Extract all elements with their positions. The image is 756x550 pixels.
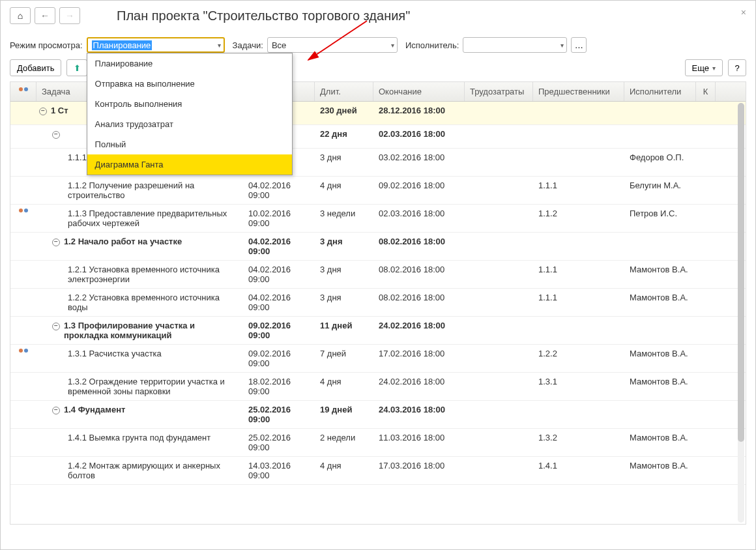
table-row[interactable]: 1.1.3 Предоставление предварительных раб…	[10, 205, 746, 233]
tasks-select[interactable]: Все ▾	[267, 37, 398, 53]
topbar: ⌂ ← → План проекта "Строительство торгов…	[10, 7, 746, 24]
start-cell: 04.02.2016 09:00	[243, 233, 315, 260]
predecessor-cell	[533, 125, 624, 148]
labor-cell	[465, 205, 533, 232]
dropdown-item[interactable]: Отправка на выполнение	[87, 74, 292, 94]
col-end[interactable]: Окончание	[373, 82, 465, 101]
end-cell: 17.03.2016 18:00	[373, 457, 465, 484]
col-predecessors[interactable]: Предшественники	[533, 82, 624, 101]
labor-cell	[465, 457, 533, 484]
scrollbar[interactable]	[738, 103, 744, 523]
forward-button[interactable]: →	[59, 7, 80, 24]
more-button[interactable]: Еще▾	[685, 59, 723, 76]
duration-cell: 2 недели	[315, 429, 373, 456]
end-cell: 24.02.2016 18:00	[373, 317, 465, 344]
task-cell: −1.3 Профилирование участка и прокладка …	[36, 317, 243, 344]
col-icon[interactable]	[10, 82, 36, 101]
executor-cell: Белугин М.А.	[624, 177, 696, 204]
labor-cell	[465, 102, 533, 124]
scrollthumb[interactable]	[738, 103, 744, 442]
table-row[interactable]: −1.4 Фундамент25.02.2016 09:0019 дней24.…	[10, 401, 746, 429]
end-cell: 08.02.2016 18:00	[373, 261, 465, 288]
arrow-up-icon: ⬆	[74, 63, 81, 73]
arrow-right-icon: →	[65, 10, 74, 21]
executor-cell: Мамонтов В.А.	[624, 457, 696, 484]
end-cell: 02.03.2016 18:00	[373, 125, 465, 148]
back-button[interactable]: ←	[35, 7, 55, 24]
table-row[interactable]: 1.3.2 Ограждение территории участка и вр…	[10, 373, 746, 401]
col-labor[interactable]: Трудозатраты	[465, 82, 533, 101]
home-button[interactable]: ⌂	[10, 7, 31, 24]
task-text: 1 Ст	[51, 106, 68, 115]
tasks-select-value: Все	[272, 40, 286, 50]
labor-cell	[465, 401, 533, 428]
mode-label: Режим просмотра:	[10, 40, 83, 50]
row-icon-cell	[10, 205, 36, 232]
col-duration[interactable]: Длит.	[315, 82, 373, 101]
mode-select[interactable]: Планирование ▾	[87, 37, 225, 53]
row-icon-cell	[10, 345, 36, 372]
predecessor-cell	[533, 149, 624, 176]
start-cell: 09.02.2016 09:00	[243, 345, 315, 372]
table-row[interactable]: −1.2 Начало работ на участке04.02.2016 0…	[10, 233, 746, 261]
table-row[interactable]: 1.4.2 Монтаж армирующих и анкерных болто…	[10, 457, 746, 485]
move-up-button[interactable]: ⬆	[66, 59, 87, 76]
table-row[interactable]: 1.3.1 Расчистка участка09.02.2016 09:007…	[10, 345, 746, 373]
labor-cell	[465, 345, 533, 372]
executor-select[interactable]: ▾	[463, 37, 567, 53]
add-button[interactable]: Добавить	[10, 59, 61, 76]
task-text: 1.2 Начало работ на участке	[64, 237, 182, 246]
k-cell	[696, 429, 716, 456]
row-icon-cell	[10, 177, 36, 204]
start-cell: 18.02.2016 09:00	[243, 373, 315, 400]
expander-icon[interactable]: −	[52, 239, 60, 246]
task-text: 1.2.2 Установка временного источника вод…	[68, 293, 237, 312]
dropdown-item[interactable]: Контроль выполнения	[87, 94, 292, 114]
dropdown-item[interactable]: Анализ трудозатрат	[87, 114, 292, 134]
dropdown-item[interactable]: Полный	[87, 134, 292, 154]
predecessor-cell	[533, 401, 624, 428]
k-cell	[696, 102, 716, 124]
end-cell: 02.03.2016 18:00	[373, 205, 465, 232]
k-cell	[696, 345, 716, 372]
predecessor-cell: 1.4.1	[533, 457, 624, 484]
start-cell: 25.02.2016 09:00	[243, 429, 315, 456]
close-icon[interactable]: ×	[741, 7, 746, 18]
row-icon-cell	[10, 317, 36, 344]
row-icon-cell	[10, 457, 36, 484]
expander-icon[interactable]: −	[39, 108, 47, 115]
col-executors[interactable]: Исполнители	[624, 82, 696, 101]
start-cell: 04.02.2016 09:00	[243, 177, 315, 204]
executor-cell	[624, 317, 696, 344]
people-icon	[18, 209, 29, 218]
row-icon-cell	[10, 289, 36, 316]
dropdown-item[interactable]: Планирование	[87, 53, 292, 74]
labor-cell	[465, 233, 533, 260]
chevron-down-icon: ▾	[218, 42, 221, 49]
predecessor-cell	[533, 317, 624, 344]
expander-icon[interactable]: −	[52, 407, 60, 414]
table-row[interactable]: 1.2.2 Установка временного источника вод…	[10, 289, 746, 317]
task-text: 1.1.2 Получение разрешений на строительс…	[68, 181, 237, 200]
help-button[interactable]: ?	[728, 59, 746, 76]
duration-cell: 7 дней	[315, 345, 373, 372]
task-text: 1.3.2 Ограждение территории участка и вр…	[68, 377, 237, 396]
task-text: 1.1.3 Предоставление предварительных раб…	[68, 209, 237, 228]
mode-select-value: Планирование	[92, 40, 153, 50]
chevron-down-icon: ▾	[560, 42, 564, 49]
table-row[interactable]: 1.4.1 Выемка грунта под фундамент25.02.2…	[10, 429, 746, 457]
table-row[interactable]: 1.2.1 Установка временного источника эле…	[10, 261, 746, 289]
task-text: 1.3.1 Расчистка участка	[68, 349, 162, 358]
duration-cell: 230 дней	[315, 102, 373, 124]
executor-cell	[624, 125, 696, 148]
dropdown-item[interactable]: Диаграмма Ганта	[87, 154, 292, 175]
col-k[interactable]: К	[696, 82, 716, 101]
executor-more-button[interactable]: …	[571, 37, 587, 53]
table-row[interactable]: 1.1.2 Получение разрешений на строительс…	[10, 177, 746, 205]
task-cell: −1.2 Начало работ на участке	[36, 233, 243, 260]
start-cell: 10.02.2016 09:00	[243, 205, 315, 232]
labor-cell	[465, 177, 533, 204]
table-row[interactable]: −1.3 Профилирование участка и прокладка …	[10, 317, 746, 345]
expander-icon[interactable]: −	[52, 131, 60, 139]
expander-icon[interactable]: −	[52, 323, 60, 330]
